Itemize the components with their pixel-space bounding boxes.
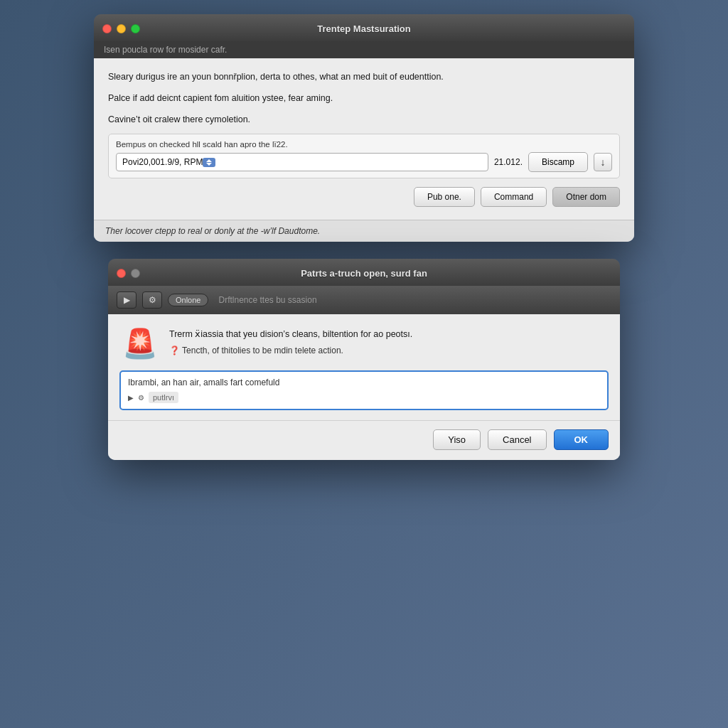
command-input-text: Ibrambi, an han air, amalls fart comeful… xyxy=(128,378,600,387)
window-2-title: Patrts a-truch open, surd fan xyxy=(301,268,427,279)
status-text: Ther locover ctepp to real or donly at t… xyxy=(105,226,320,236)
pub-one-button[interactable]: Pub one. xyxy=(414,187,475,207)
biscamp-button[interactable]: Biscamp xyxy=(528,152,588,172)
cmd-gear-icon: ⚙ xyxy=(138,394,144,402)
title-bar-2: Patrts a-truch open, surd fan xyxy=(108,259,620,286)
dialog-content: Sleary durigus ire an youn bonnřplion, d… xyxy=(94,58,634,220)
alert-sub-text: ❓ Tencth, of thitolies to be mdin telete… xyxy=(169,346,412,355)
cmd-play-icon: ▶ xyxy=(128,394,134,402)
input-section: Bempus on checked hll scald han apro the… xyxy=(108,134,620,178)
close-button-2[interactable] xyxy=(117,269,126,278)
play-button[interactable]: ▶ xyxy=(117,291,136,309)
paragraph-3: Cavine’t oit cralew there cymoletion. xyxy=(108,112,620,127)
cancel-button[interactable]: Cancel xyxy=(488,429,546,450)
cmd-label: putlrvı xyxy=(149,392,178,403)
download-icon: ↓ xyxy=(601,156,606,168)
status-bar-1: Ther locover ctepp to real or donly at t… xyxy=(94,220,634,242)
yiso-button[interactable]: Yiso xyxy=(433,429,481,450)
input-label: Bempus on checked hll scald han apro the… xyxy=(116,140,612,149)
ok-button[interactable]: OK xyxy=(554,429,609,450)
bottom-buttons: Yiso Cancel OK xyxy=(108,420,620,460)
subtitle-text: Isen poucla row for mosider cafr. xyxy=(104,45,227,55)
play-icon: ▶ xyxy=(124,295,130,305)
settings-icon: ⚙ xyxy=(149,295,156,305)
alert-content: Trerm ẍiassia that yeu dision’s cleans, … xyxy=(169,327,412,355)
otner-dom-button[interactable]: Otner dom xyxy=(552,187,620,207)
select-field[interactable]: Povi20,001.9/9, RPM xyxy=(116,153,488,171)
window-1: Trentep Mastsuration Isen poucla row for… xyxy=(94,14,634,242)
alert-main-text: Trerm ẍiassia that yeu dision’s cleans, … xyxy=(169,327,412,341)
title-bar-1: Trentep Mastsuration xyxy=(94,14,634,41)
settings-button[interactable]: ⚙ xyxy=(142,291,162,309)
minimize-button[interactable] xyxy=(117,24,126,33)
download-button[interactable]: ↓ xyxy=(594,153,612,171)
command-input-area[interactable]: Ibrambi, an han air, amalls fart comeful… xyxy=(119,370,609,410)
window-1-title: Trentep Mastsuration xyxy=(317,23,410,34)
select-value: Povi20,001.9/9, RPM xyxy=(122,157,203,167)
traffic-lights-1 xyxy=(102,24,140,33)
minimize-button-2[interactable] xyxy=(131,269,140,278)
input-row: Povi20,001.9/9, RPM 21.012. Biscamp ↓ xyxy=(116,152,612,172)
window-2-body: 🚨 Trerm ẍiassia that yeu dision’s cleans… xyxy=(108,314,620,460)
action-buttons: Pub one. Command Otner dom xyxy=(108,187,620,210)
paragraph-2: Palce if add deicnt capient fom aluition… xyxy=(108,91,620,105)
window-2: Patrts a-truch open, surd fan ▶ ⚙ Onlone… xyxy=(108,259,620,460)
close-button[interactable] xyxy=(102,24,112,33)
maximize-button[interactable] xyxy=(131,24,140,33)
arrow-up-icon xyxy=(206,159,212,162)
toolbar: ▶ ⚙ Onlone Drftlnence ttes bu ssasion xyxy=(108,286,620,314)
stepper-arrows[interactable] xyxy=(203,158,215,167)
command-input-row: ▶ ⚙ putlrvı xyxy=(128,392,600,403)
value-2-label: 21.012. xyxy=(494,157,523,167)
command-button[interactable]: Command xyxy=(481,187,547,207)
traffic-lights-2 xyxy=(117,269,140,278)
toolbar-description: Drftlnence ttes bu ssasion xyxy=(218,295,316,305)
alert-icon: 🚨 xyxy=(122,327,158,360)
window-1-body: Sleary durigus ire an youn bonnřplion, d… xyxy=(94,58,634,242)
paragraph-1: Sleary durigus ire an youn bonnřplion, d… xyxy=(108,70,620,84)
alert-section: 🚨 Trerm ẍiassia that yeu dision’s cleans… xyxy=(108,314,620,370)
online-toggle[interactable]: Onlone xyxy=(168,294,208,306)
arrow-down-icon xyxy=(206,163,212,166)
subtitle-bar-1: Isen poucla row for mosider cafr. xyxy=(94,41,634,58)
